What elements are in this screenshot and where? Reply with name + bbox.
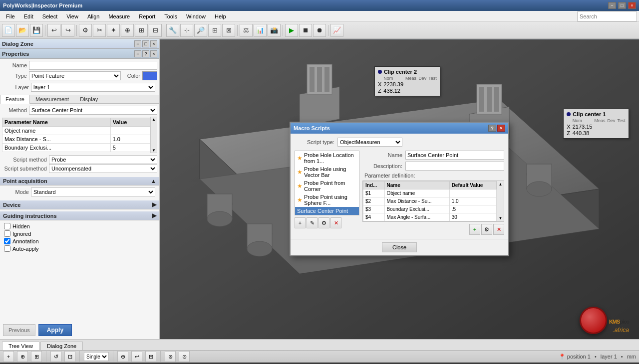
undo-btn[interactable]: ↩ [47,24,60,37]
tb-btn14[interactable]: 📊 [254,24,267,37]
search-input[interactable] [577,11,637,21]
menu-tools[interactable]: Tools [160,12,181,20]
script-item-5[interactable]: Surface Center Point [295,207,359,215]
param-val-3[interactable]: 5 [110,144,150,152]
status-btn7[interactable]: ↩ [131,351,142,362]
point-acq-header[interactable]: Point acquisition ▲ [0,177,159,185]
tb-btn4[interactable]: ✦ [107,24,120,37]
ignored-checkbox[interactable] [4,230,10,237]
tb-btn12[interactable]: ⊠ [222,24,235,37]
menu-help[interactable]: Help [211,12,230,20]
menu-edit[interactable]: Edit [20,12,37,20]
tb-chart[interactable]: 📈 [330,24,343,37]
close-dialog-btn[interactable]: Close [382,242,417,252]
layer-select[interactable]: layer 1 [31,83,155,92]
properties-help[interactable]: ? [142,50,149,57]
name-input-dlg[interactable] [405,151,504,160]
open-btn[interactable]: 📂 [16,24,29,37]
status-btn9[interactable]: ⊗ [165,351,176,362]
script-item-4[interactable]: ★ Probe Point using Sphere F... [295,193,359,207]
menu-report[interactable]: Report [135,12,159,20]
dialog-close-btn[interactable]: × [497,125,505,132]
script-item-1[interactable]: ★ Probe Hole Location from 1... [295,151,359,165]
new-btn[interactable]: 📄 [2,24,15,37]
script-item-2[interactable]: ★ Probe Hole using Vector Bar [295,165,359,179]
redo-btn[interactable]: ↪ [61,24,74,37]
param-def-scrollbar[interactable]: ▲ ▼ [497,181,504,221]
properties-minimize[interactable]: − [134,50,141,57]
tb-btn6[interactable]: ⊞ [135,24,148,37]
tab-display[interactable]: Display [74,95,103,103]
hidden-checkbox[interactable] [4,223,10,229]
tab-dialog-zone[interactable]: Dialog Zone [40,342,83,350]
status-btn5[interactable]: ⊡ [64,351,75,362]
apply-button[interactable]: Apply [38,324,72,336]
save-btn[interactable]: 💾 [30,24,43,37]
tb-stop[interactable]: ⏹ [299,24,312,37]
config-script-btn[interactable]: ⚙ [319,217,329,228]
script-submethod-select[interactable]: Uncompensated [49,164,157,173]
script-method-select[interactable]: Probe [49,155,157,164]
menu-view[interactable]: View [62,12,82,20]
tb-play[interactable]: ▶ [285,24,298,37]
tb-btn3[interactable]: ✂ [93,24,106,37]
menu-window[interactable]: Window [182,12,210,20]
desc-input-dlg[interactable] [405,162,504,171]
minimize-btn[interactable]: − [608,2,616,9]
add-param-btn[interactable]: + [469,224,480,235]
tb-btn9[interactable]: ⊹ [180,24,193,37]
param-scrollbar[interactable]: ▲ ▼ [150,117,157,153]
add-script-btn[interactable]: + [295,217,306,228]
device-header[interactable]: Device ▶ [0,200,159,209]
edit-script-btn[interactable]: ✎ [307,217,318,228]
tb-rec[interactable]: ⏺ [313,24,326,37]
annotation-checkbox[interactable] [4,238,10,244]
param-val-1[interactable] [110,127,150,135]
mode-select-status[interactable]: Single [84,352,109,361]
tab-tree-view[interactable]: Tree View [2,342,39,350]
tb-btn10[interactable]: 🔎 [194,24,207,37]
method-select[interactable]: Surface Center Point [29,106,157,115]
tab-feature[interactable]: Feature [0,95,30,104]
status-btn10[interactable]: ⊙ [179,351,190,362]
type-select[interactable]: Point Feature [29,71,121,80]
status-btn2[interactable]: ⊕ [17,351,28,362]
name-input[interactable] [29,61,157,70]
status-btn3[interactable]: ⊞ [31,351,42,362]
param-scroll-down[interactable]: ▼ [499,216,503,220]
tb-btn8[interactable]: 🔧 [166,24,179,37]
auto-apply-checkbox[interactable] [4,245,10,252]
previous-button[interactable]: Previous [3,324,35,336]
param-scroll-up[interactable]: ▲ [499,182,503,186]
delete-script-btn[interactable]: ✕ [330,217,341,228]
dialog-zone-minimize[interactable]: − [134,40,141,47]
dialog-zone-float[interactable]: □ [142,40,149,47]
properties-close[interactable]: × [150,50,157,57]
color-swatch[interactable] [142,71,157,80]
remove-param-btn[interactable]: ✕ [493,224,504,235]
mode-select[interactable]: Standard [31,187,155,196]
tab-measurement[interactable]: Measurement [30,95,74,103]
close-btn[interactable]: × [628,2,636,9]
status-btn6[interactable]: ⊕ [117,351,128,362]
tb-btn5[interactable]: ⊕ [121,24,134,37]
scroll-down[interactable]: ▼ [152,148,156,153]
script-type-select[interactable]: ObjectMeasuren [337,138,402,147]
param-settings-btn[interactable]: ⚙ [481,224,492,235]
settings-btn[interactable]: ⚙ [79,24,92,37]
tb-btn15[interactable]: 📸 [268,24,281,37]
menu-measure[interactable]: Measure [104,12,134,20]
status-btn4[interactable]: ↺ [50,351,61,362]
dialog-help-btn[interactable]: ? [488,125,496,132]
status-btn1[interactable]: + [3,351,14,362]
menu-file[interactable]: File [2,12,19,20]
status-btn8[interactable]: ⊞ [145,351,156,362]
menu-align[interactable]: Align [83,12,103,20]
guiding-header[interactable]: Guiding instructions ▶ [0,211,159,220]
maximize-btn[interactable]: □ [618,2,626,9]
menu-select[interactable]: Select [38,12,62,20]
tb-btn13[interactable]: ⚖ [240,24,253,37]
tb-btn11[interactable]: ⊞ [208,24,221,37]
scroll-up[interactable]: ▲ [152,117,156,122]
dialog-zone-close[interactable]: × [150,40,157,47]
